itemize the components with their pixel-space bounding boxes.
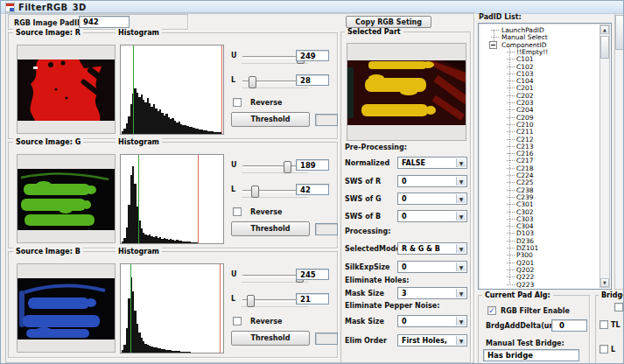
u-value-r[interactable]: 249 — [296, 50, 329, 61]
reverse-label-g: Reverse — [250, 208, 282, 216]
section-label-pre-processing-0: Pre-Processing: — [345, 144, 407, 151]
high-threshold-marker-r — [221, 46, 222, 134]
tree-scrollbar[interactable]: ▲ ▼ — [599, 24, 610, 288]
tree-item-q223[interactable]: Q223 — [479, 281, 599, 289]
channel-panel-label-b: Source Image: B — [13, 248, 83, 256]
source-image-b — [17, 263, 116, 353]
channel-panel-b: Source Image: B Histogram U 245 L 21 — [8, 251, 338, 358]
histogram-label-r: Histogram — [116, 29, 162, 37]
param-combo-selectedmode-6[interactable]: R & G & B ▼ — [397, 242, 467, 255]
rgb-filter-enable-checkbox[interactable]: ✓ — [487, 306, 496, 315]
reverse-label-r: Reverse — [250, 99, 282, 107]
param-label-sws-of-g-3: SWS of G — [345, 195, 381, 203]
rgb-filter-enable-label: RGB Filter Enable — [501, 307, 570, 315]
param-combo-elim-order-12[interactable]: First Holes, ▼ — [397, 334, 467, 346]
selected-part-label: Selected Part — [345, 28, 403, 36]
threshold-result-r — [315, 114, 338, 126]
channel-panel-label-g: Source Image: G — [13, 138, 83, 146]
low-threshold-marker-g — [138, 155, 139, 243]
copy-rgb-setting-button[interactable]: Copy RGB Seting — [346, 16, 431, 28]
l-slider-thumb-b[interactable] — [247, 295, 255, 307]
manual-test-bridge-input[interactable]: Has bridge — [483, 349, 579, 361]
channel-panel-r: Source Image: R Histogram U 249 L — [8, 32, 338, 139]
l-value-g[interactable]: 42 — [296, 184, 329, 195]
threshold-button-g[interactable]: Threshold — [231, 221, 310, 236]
scroll-thumb[interactable] — [600, 36, 609, 59]
reverse-label-b: Reverse — [250, 318, 282, 326]
u-value-g[interactable]: 189 — [296, 159, 329, 171]
low-threshold-marker-r — [133, 46, 134, 134]
u-label-b: U — [231, 270, 237, 278]
current-pad-alg-group: Current Pad Alg: ✓ RGB Filter Enable Brd… — [478, 295, 590, 364]
high-threshold-marker-g — [198, 155, 199, 243]
threshold-button-b[interactable]: Threshold — [231, 331, 310, 346]
app-icon — [5, 3, 15, 12]
l-value-r[interactable]: 28 — [296, 74, 329, 86]
histogram-g — [120, 154, 224, 244]
chevron-down-icon[interactable]: ▼ — [456, 262, 466, 271]
scroll-up-icon[interactable]: ▲ — [600, 25, 609, 34]
param-combo-sws-of-g-3[interactable]: 0 ▼ — [397, 192, 467, 205]
section-label-eliminate-pepper-noise-10: Eliminate Pepper Noise: — [345, 302, 439, 310]
bridge-label-l: L — [611, 346, 615, 354]
param-label-sws-of-r-2: SWS of R — [345, 178, 381, 186]
chevron-down-icon[interactable]: ▼ — [456, 158, 466, 167]
outer-scroll-thumb[interactable] — [615, 15, 624, 50]
param-combo-sws-of-b-4[interactable]: 0 ▼ — [397, 210, 467, 222]
param-combo-mask-size-11[interactable]: 0 ▼ — [397, 315, 467, 327]
bridge-label-tl: TL — [611, 321, 620, 329]
param-combo-sws-of-r-2[interactable]: 0 ▼ — [397, 175, 467, 187]
reverse-checkbox-g[interactable] — [233, 207, 242, 216]
bridge-checkbox-l[interactable] — [599, 345, 608, 354]
histogram-r — [120, 45, 224, 135]
threshold-result-b — [315, 332, 338, 345]
reverse-checkbox-b[interactable] — [233, 317, 242, 326]
histogram-bars-b — [122, 265, 222, 353]
selected-part-image — [347, 43, 466, 141]
param-label-mask-size-11: Mask Size — [345, 318, 384, 326]
l-slider-thumb-r[interactable] — [249, 76, 256, 88]
padid-label: RGB Image PadID: — [14, 19, 86, 27]
padid-tree: LaunchPadID Manual Select ComponentID !!… — [478, 23, 612, 290]
outer-scrollbar[interactable] — [614, 13, 624, 290]
u-label-r: U — [231, 52, 237, 60]
bridge-checkbox-tl[interactable] — [599, 320, 608, 329]
l-label-r: L — [231, 76, 235, 84]
l-label-b: L — [231, 295, 235, 303]
chevron-down-icon[interactable]: ▼ — [456, 317, 466, 326]
chevron-down-icon[interactable]: ▼ — [456, 289, 466, 298]
padid-input[interactable]: 942 — [79, 16, 130, 28]
window-title: FilterRGB_3D — [18, 3, 87, 12]
chevron-down-icon[interactable]: ▼ — [456, 336, 466, 345]
chevron-down-icon[interactable]: ▼ — [456, 194, 466, 203]
section-label-eliminate-holes-8: Eliminate Holes: — [345, 276, 409, 284]
param-label-sws-of-b-4: SWS of B — [345, 213, 381, 220]
param-label-normalized-1: Normalized — [345, 159, 389, 167]
histogram-label-g: Histogram — [116, 138, 162, 146]
l-value-b[interactable]: 21 — [296, 293, 329, 304]
bridge-group: Bridge TL L — [595, 295, 624, 364]
channel-panel-g: Source Image: G Histogram U 189 L 42 — [8, 142, 338, 248]
u-value-b[interactable]: 245 — [296, 269, 329, 280]
source-image-g — [17, 154, 116, 243]
chevron-down-icon[interactable]: ▼ — [456, 212, 466, 220]
bridge-delta-input[interactable]: 0 — [551, 319, 587, 332]
bridge-group-title: Bridge — [599, 291, 624, 299]
param-combo-mask-size-9[interactable]: 3 ▼ — [397, 287, 467, 299]
scroll-down-icon[interactable]: ▼ — [600, 278, 609, 287]
bridge-partial-checkbox[interactable] — [614, 303, 623, 312]
l-label-g: L — [231, 186, 235, 193]
u-slider-thumb-g[interactable] — [284, 161, 291, 173]
param-combo-normalized-1[interactable]: FALSE ▼ — [397, 157, 467, 169]
chevron-down-icon[interactable]: ▼ — [456, 177, 466, 186]
histogram-bars-r — [122, 46, 222, 134]
high-threshold-marker-b — [220, 264, 221, 353]
padid-list-title: PadID List: — [479, 13, 522, 21]
param-combo-silkexpsize-7[interactable]: 0 ▼ — [397, 261, 467, 273]
section-label-processing-5: Processing: — [345, 228, 390, 235]
threshold-button-r[interactable]: Threshold — [231, 112, 310, 127]
low-threshold-marker-b — [130, 264, 131, 353]
l-slider-thumb-g[interactable] — [251, 186, 259, 198]
chevron-down-icon[interactable]: ▼ — [456, 244, 466, 253]
reverse-checkbox-r[interactable] — [233, 98, 242, 107]
